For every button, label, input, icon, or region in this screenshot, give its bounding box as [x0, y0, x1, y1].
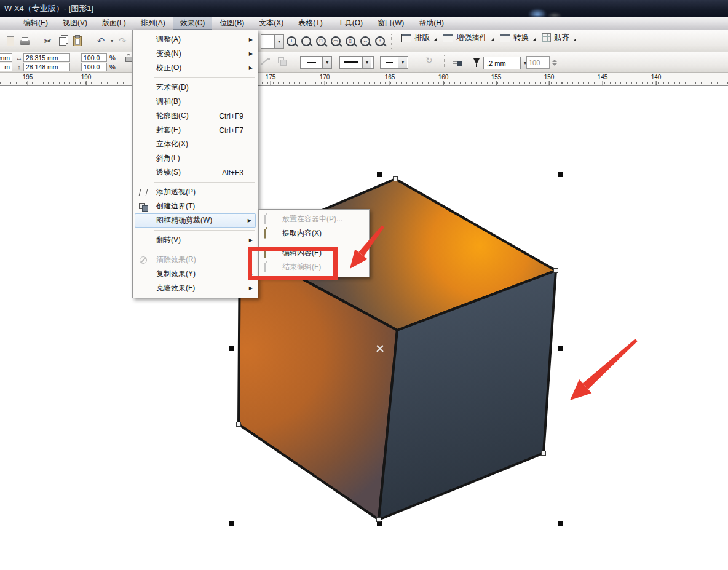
menu-item-label: 图框精确剪裁(W)	[156, 215, 212, 226]
menu-item-bevel[interactable]: 斜角(L)	[133, 151, 257, 165]
end-arrowhead-combo[interactable]: ▾	[380, 56, 408, 69]
submenu-item-extract-contents[interactable]: 提取内容(X)	[259, 226, 368, 240]
percent-label: %	[109, 63, 116, 71]
ruler-tick	[549, 81, 550, 85]
start-arrowhead-combo[interactable]: ▾	[300, 56, 332, 69]
zoom-out-icon[interactable]: −	[299, 33, 314, 49]
transparency-spinner[interactable]: 100	[526, 56, 550, 69]
ruler-label: 145	[598, 74, 608, 81]
enhanced-plugins-button[interactable]: 增强插件	[443, 33, 487, 43]
chevron-down-icon[interactable]: ▾	[362, 57, 371, 68]
plugin-button-label: 转换	[513, 33, 529, 43]
menu-item-adjust[interactable]: 调整(A)▶	[133, 33, 257, 47]
chevron-down-icon[interactable]: ▾	[274, 35, 283, 48]
menubar-item-bitmaps[interactable]: 位图(B)	[212, 17, 251, 30]
object-width-icon: ↔	[15, 54, 23, 61]
chevron-down-icon[interactable]: ▾	[398, 57, 407, 68]
snap-plugin-button[interactable]: 贴齐	[542, 33, 569, 43]
menubar-item-view[interactable]: 视图(V)	[55, 17, 95, 30]
menu-item-artistic-media[interactable]: 艺术笔(D)	[133, 81, 257, 95]
menu-item-label: 编辑内容(E)	[282, 248, 322, 258]
menu-separator	[154, 182, 255, 183]
zoom-page-icon[interactable]: ▯	[343, 33, 358, 49]
menu-item-label: 校正(O)	[156, 63, 181, 73]
zoom-in-icon[interactable]: +	[284, 33, 299, 49]
chevron-down-icon[interactable]: ▾	[322, 57, 331, 68]
titlebar: W X4（专业版）- [图形1]	[0, 0, 728, 17]
submenu-item-edit-contents[interactable]: 编辑内容(E)	[259, 246, 368, 260]
window-icon	[500, 34, 510, 42]
redo-icon[interactable]: ↷	[115, 33, 130, 49]
wrap-paragraph-text-icon[interactable]	[453, 58, 461, 65]
paste-icon[interactable]	[70, 33, 85, 49]
menu-item-label: 结束编辑(F)	[282, 262, 321, 272]
position-y-field[interactable]: m	[0, 63, 12, 71]
straighten-tool-icon[interactable]	[261, 58, 270, 66]
powerclip-submenu: 放置在容器中(P)...提取内容(X)编辑内容(E)结束编辑(F)	[258, 209, 370, 277]
menu-item-clone-effect[interactable]: 克隆效果(F)▶	[133, 281, 257, 295]
toolbar-separator	[89, 34, 90, 49]
menu-item-contour[interactable]: 轮廓图(C)Ctrl+F9	[133, 109, 257, 123]
menubar-item-text[interactable]: 文本(X)	[251, 17, 291, 30]
menu-item-clear-effects: 清除效果(R)	[133, 253, 257, 267]
watermark-blob	[523, 2, 572, 17]
print-icon[interactable]	[17, 33, 32, 49]
boundary-icon	[138, 202, 148, 211]
propbar-separator	[444, 55, 445, 69]
position-x-field[interactable]: mm	[0, 53, 12, 62]
lock-ratio-icon[interactable]	[125, 57, 132, 62]
menubar-item-edit[interactable]: 编辑(E)	[16, 17, 55, 30]
menubar-item-help[interactable]: 帮助(H)	[411, 17, 451, 30]
menubar-item-window[interactable]: 窗口(W)	[370, 17, 411, 30]
combine-icon[interactable]	[278, 57, 284, 63]
menu-item-copy-effect[interactable]: 复制效果(Y)▶	[133, 267, 257, 281]
menu-item-extrude[interactable]: 立体化(X)	[133, 137, 257, 151]
toolbar-separator	[36, 34, 37, 49]
plugin-button-label: 增强插件	[456, 33, 487, 43]
undo-dropdown-icon[interactable]: ▾	[109, 38, 115, 44]
menu-item-rollover[interactable]: 翻转(V)▶	[133, 233, 257, 247]
menu-item-transform[interactable]: 变换(N)▶	[133, 47, 257, 61]
plugin-button-label: 贴齐	[554, 33, 569, 43]
zoom-all-objects-icon[interactable]: ▭	[328, 33, 343, 49]
undo-icon[interactable]: ↶	[93, 33, 108, 49]
menu-item-lens[interactable]: 透镜(S)Alt+F3	[133, 165, 257, 180]
document-icon[interactable]	[2, 33, 17, 49]
ruler-label: 170	[320, 74, 330, 81]
menu-item-add-perspective[interactable]: 添加透视(P)	[133, 185, 257, 199]
menu-item-correction[interactable]: 校正(O)▶	[133, 61, 257, 75]
menu-item-envelope[interactable]: 封套(E)Ctrl+F7	[133, 123, 257, 137]
convert-plugin-button[interactable]: 转换	[500, 33, 529, 43]
curve-tool-icon[interactable]: ↻	[425, 56, 433, 65]
zoom-page-width-icon[interactable]: ↔	[358, 33, 373, 49]
menu-item-blend[interactable]: 调和(B)	[133, 95, 257, 109]
scale-v-field[interactable]: 100.0	[81, 63, 107, 71]
menu-item-label: 艺术笔(D)	[156, 82, 189, 93]
cut-icon[interactable]: ✂	[41, 33, 55, 49]
menu-item-label: 创建边界(T)	[156, 201, 195, 212]
ruler-tick	[496, 81, 497, 85]
menubar-item-table[interactable]: 表格(T)	[291, 17, 330, 30]
menu-item-powerclip[interactable]: 图框精确剪裁(W)▶	[135, 213, 256, 228]
zoom-selected-icon[interactable]: □	[314, 33, 328, 49]
menubar-item-layout[interactable]: 版面(L)	[95, 17, 133, 30]
menu-item-label: 封套(E)	[156, 125, 181, 135]
layout-plugin-button[interactable]: 排版	[401, 33, 430, 43]
zoom-page-height-icon[interactable]: ↕	[373, 33, 387, 49]
ruler-label: 155	[491, 74, 502, 81]
drawing-canvas[interactable]	[0, 86, 728, 570]
outline-width-combo[interactable]: .2 mm ▾	[483, 57, 530, 69]
menubar-item-arrange[interactable]: 排列(A)	[133, 17, 173, 30]
scale-h-field[interactable]: 100.0	[81, 53, 107, 62]
copy-icon[interactable]	[55, 33, 70, 49]
menubar-item-effects[interactable]: 效果(C)	[173, 17, 213, 30]
line-style-combo[interactable]: ▾	[339, 56, 374, 69]
horizontal-ruler[interactable]: 195190175170165160155150145140	[0, 73, 728, 86]
menu-item-create-boundary[interactable]: 创建边界(T)	[133, 199, 257, 213]
spinner-stepper-icon[interactable]	[552, 60, 557, 66]
zoom-level-combo[interactable]: ▾	[261, 34, 284, 49]
object-height-field[interactable]: 28.148 mm	[23, 63, 70, 71]
menubar-item-tools[interactable]: 工具(O)	[330, 17, 370, 30]
window-icon	[401, 34, 411, 42]
object-width-field[interactable]: 26.315 mm	[23, 53, 70, 62]
